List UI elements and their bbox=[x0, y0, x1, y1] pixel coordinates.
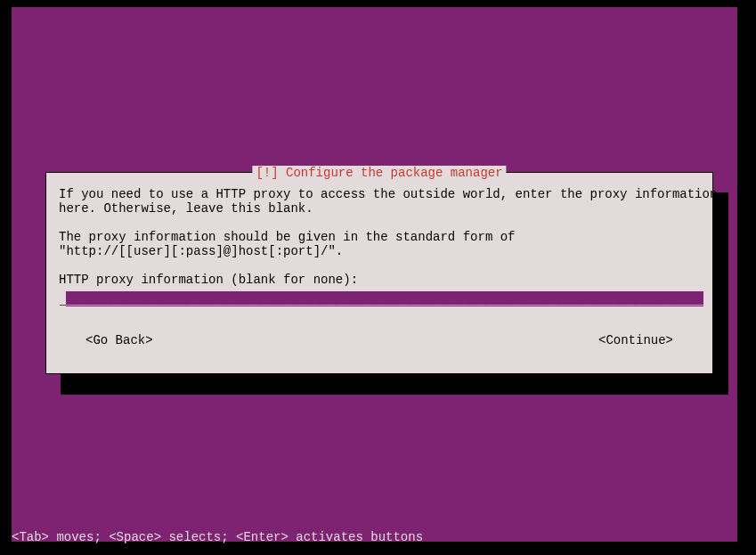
continue-button[interactable]: <Continue> bbox=[598, 333, 673, 347]
description-text: The proxy information should be given in… bbox=[59, 230, 700, 244]
input-underline: ________________________________________… bbox=[66, 293, 703, 307]
configure-package-manager-dialog: [!] Configure the package manager If you… bbox=[45, 172, 713, 374]
description-text: "http://[[user][:pass]@]host[:port]/". bbox=[59, 244, 700, 258]
go-back-button[interactable]: <Go Back> bbox=[85, 333, 153, 347]
http-proxy-input[interactable]: _ ______________________________________… bbox=[66, 291, 703, 306]
description-text: here. Otherwise, leave this blank. bbox=[59, 201, 700, 216]
footer-help-text: <Tab> moves; <Space> selects; <Enter> ac… bbox=[12, 530, 423, 544]
field-label: HTTP proxy information (blank for none): bbox=[59, 273, 700, 287]
dialog-title: [!] Configure the package manager bbox=[252, 166, 506, 180]
description-text: If you need to use a HTTP proxy to acces… bbox=[59, 187, 700, 201]
dialog-content: If you need to use a HTTP proxy to acces… bbox=[46, 173, 712, 348]
